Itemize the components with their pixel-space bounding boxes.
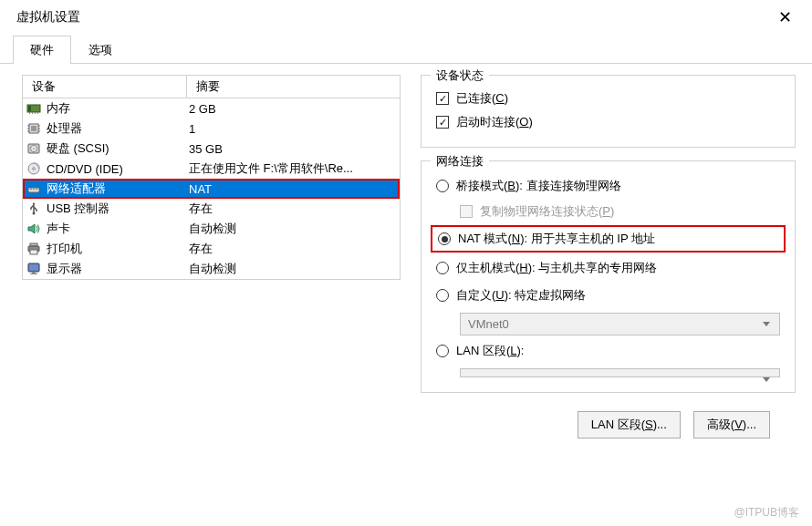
disk-icon	[26, 141, 41, 156]
svg-rect-29	[30, 250, 37, 254]
tab-options[interactable]: 选项	[71, 36, 130, 64]
lan-radio[interactable]	[436, 345, 449, 357]
window-title: 虚拟机设置	[16, 9, 80, 26]
device-summary: 1	[189, 122, 396, 136]
svg-rect-31	[32, 272, 36, 273]
svg-rect-21	[33, 189, 35, 190]
lan-segment-select	[460, 368, 780, 377]
connected-label: 已连接(C)	[456, 90, 508, 107]
device-row-5[interactable]: USB 控制器存在	[23, 199, 400, 219]
usb-icon	[26, 201, 41, 216]
svg-rect-30	[28, 263, 39, 272]
device-name: 网络适配器	[47, 180, 189, 197]
device-table: 设备 摘要 内存2 GB处理器1硬盘 (SCSI)35 GBCD/DVD (ID…	[22, 75, 401, 280]
device-name: 硬盘 (SCSI)	[47, 140, 189, 157]
connected-checkbox[interactable]	[436, 92, 449, 105]
device-summary: 2 GB	[189, 102, 396, 116]
device-row-4[interactable]: 网络适配器NAT	[23, 179, 400, 199]
device-summary: 正在使用文件 F:\常用软件\Re...	[189, 160, 396, 177]
svg-point-18	[33, 168, 36, 170]
svg-marker-26	[28, 224, 35, 233]
nat-radio[interactable]	[438, 232, 451, 245]
printer-icon	[26, 242, 41, 256]
svg-point-24	[33, 212, 36, 215]
cpu-icon	[26, 121, 41, 136]
svg-rect-7	[31, 126, 36, 131]
advanced-button[interactable]: 高级(V)...	[693, 411, 770, 438]
replicate-checkbox	[460, 205, 473, 218]
close-icon[interactable]: ✕	[771, 7, 799, 27]
svg-rect-32	[30, 273, 37, 274]
device-summary: 存在	[189, 241, 396, 257]
svg-rect-4	[35, 112, 36, 114]
device-summary: 自动检测	[189, 261, 396, 277]
custom-label: 自定义(U): 特定虚拟网络	[456, 287, 586, 304]
tab-hardware[interactable]: 硬件	[13, 36, 71, 64]
nat-label: NAT 模式(N): 用于共享主机的 IP 地址	[458, 231, 655, 247]
device-row-7[interactable]: 打印机存在	[23, 239, 400, 259]
svg-rect-1	[28, 106, 31, 111]
device-summary: 自动检测	[189, 221, 396, 237]
hostonly-radio[interactable]	[436, 262, 449, 274]
connect-at-power-checkbox[interactable]	[436, 116, 449, 129]
custom-network-select: VMnet0	[460, 313, 780, 335]
cd-icon	[26, 161, 41, 176]
watermark: @ITPUB博客	[734, 505, 799, 521]
lan-label: LAN 区段(L):	[456, 343, 524, 359]
device-name: 显示器	[47, 261, 189, 277]
svg-rect-3	[32, 112, 33, 114]
tab-bar: 硬件 选项	[0, 35, 812, 64]
sound-icon	[26, 222, 41, 236]
bridge-radio[interactable]	[436, 180, 449, 192]
device-status-legend: 设备状态	[431, 67, 489, 84]
network-icon	[26, 181, 41, 196]
header-device[interactable]: 设备	[23, 76, 187, 98]
display-icon	[26, 262, 41, 276]
device-row-1[interactable]: 处理器1	[23, 119, 400, 139]
device-name: CD/DVD (IDE)	[47, 162, 189, 176]
custom-network-value: VMnet0	[468, 317, 509, 331]
custom-radio[interactable]	[436, 289, 449, 302]
lan-segments-button[interactable]: LAN 区段(S)...	[578, 411, 681, 438]
bridge-label: 桥接模式(B): 直接连接物理网络	[456, 178, 621, 194]
device-summary: 存在	[189, 201, 396, 217]
device-name: USB 控制器	[47, 201, 189, 217]
header-summary[interactable]: 摘要	[187, 76, 400, 98]
network-legend: 网络连接	[431, 153, 489, 170]
hostonly-label: 仅主机模式(H): 与主机共享的专用网络	[456, 260, 657, 276]
network-connection-group: 网络连接 桥接模式(B): 直接连接物理网络 复制物理网络连接状态(P) NAT…	[421, 160, 796, 393]
device-name: 处理器	[47, 120, 189, 137]
svg-marker-25	[33, 202, 36, 204]
svg-rect-19	[28, 188, 39, 192]
device-row-3[interactable]: CD/DVD (IDE)正在使用文件 F:\常用软件\Re...	[23, 159, 400, 179]
svg-point-16	[33, 148, 35, 150]
device-name: 内存	[47, 100, 189, 117]
memory-icon	[26, 101, 41, 116]
device-name: 打印机	[47, 241, 189, 257]
device-status-group: 设备状态 已连接(C) 启动时连接(O)	[421, 75, 796, 148]
device-summary: NAT	[189, 182, 396, 196]
device-summary: 35 GB	[189, 142, 396, 156]
device-row-6[interactable]: 声卡自动检测	[23, 219, 400, 239]
device-name: 声卡	[47, 221, 189, 237]
connect-at-power-label: 启动时连接(O)	[456, 114, 533, 130]
svg-rect-5	[37, 112, 38, 114]
svg-rect-20	[30, 189, 32, 190]
svg-rect-22	[36, 189, 37, 190]
device-row-0[interactable]: 内存2 GB	[23, 98, 400, 119]
svg-rect-2	[29, 112, 30, 114]
device-row-8[interactable]: 显示器自动检测	[23, 259, 400, 279]
device-row-2[interactable]: 硬盘 (SCSI)35 GB	[23, 139, 400, 159]
replicate-label: 复制物理网络连接状态(P)	[480, 203, 614, 220]
